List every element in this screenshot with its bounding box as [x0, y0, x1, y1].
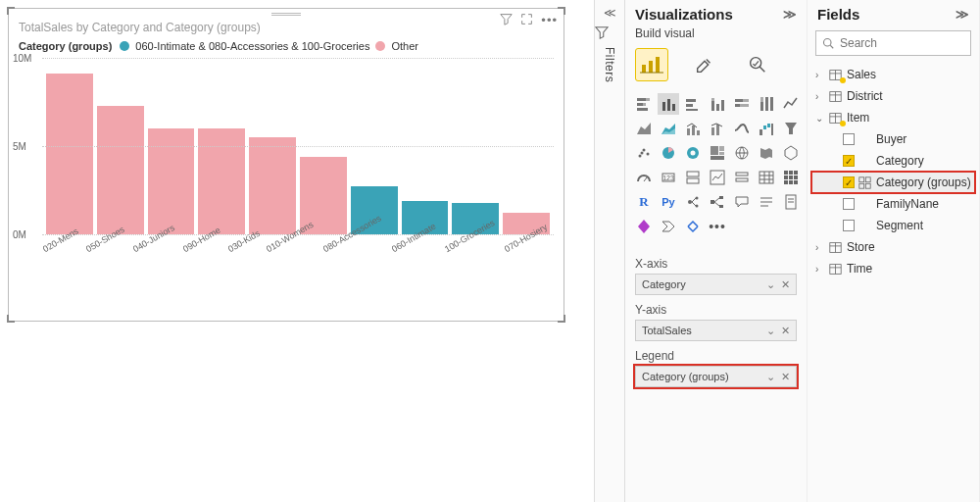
yaxis-well[interactable]: TotalSales ⌄✕: [635, 320, 797, 341]
analytics-tab[interactable]: [741, 48, 774, 81]
filters-pane-collapsed[interactable]: ≪ Filters: [594, 0, 625, 502]
remove-field-icon[interactable]: ✕: [781, 371, 790, 383]
bar[interactable]: [148, 128, 195, 234]
svg-line-50: [644, 177, 647, 181]
svg-rect-0: [642, 65, 646, 73]
bar[interactable]: [249, 137, 296, 234]
kpi-icon[interactable]: [707, 167, 728, 188]
field-row[interactable]: ✓Category: [811, 150, 975, 172]
bar[interactable]: [198, 128, 245, 234]
get-more-visuals-icon[interactable]: [682, 216, 704, 237]
card-icon[interactable]: 123: [658, 167, 679, 188]
stacked-column-icon[interactable]: [707, 93, 728, 115]
svg-point-41: [641, 152, 644, 155]
clustered-bar-icon[interactable]: [682, 93, 704, 115]
checkbox[interactable]: [843, 198, 855, 210]
table-row[interactable]: ›Time: [811, 258, 975, 279]
remove-field-icon[interactable]: ✕: [781, 278, 790, 291]
chart-visual[interactable]: ••• TotalSales by Category and Category …: [8, 8, 564, 322]
key-influencers-icon[interactable]: [682, 191, 704, 213]
table-row[interactable]: ›District: [811, 85, 975, 107]
scatter-icon[interactable]: [633, 142, 655, 164]
field-row[interactable]: ✓Category (groups): [811, 172, 975, 193]
map-icon[interactable]: [731, 142, 753, 164]
chevron-down-icon[interactable]: ⌄: [766, 278, 775, 291]
report-canvas[interactable]: ••• TotalSales by Category and Category …: [0, 0, 594, 502]
chevron-down-icon[interactable]: ⌄: [766, 325, 775, 337]
xaxis-well[interactable]: Category ⌄✕: [635, 274, 797, 295]
svg-line-71: [714, 198, 719, 202]
azure-map-icon[interactable]: [780, 142, 802, 164]
100-stacked-bar-icon[interactable]: [731, 93, 753, 115]
ribbon-chart-icon[interactable]: [731, 118, 753, 139]
fields-tree: ›Sales›District⌄ItemBuyer✓Category✓Categ…: [808, 62, 979, 281]
checkbox[interactable]: ✓: [843, 155, 855, 167]
python-visual-icon[interactable]: Py: [658, 191, 679, 213]
svg-rect-34: [760, 129, 762, 135]
format-visual-tab[interactable]: [688, 48, 721, 81]
smart-narrative-icon[interactable]: [756, 191, 777, 213]
svg-rect-31: [697, 130, 700, 135]
svg-rect-15: [686, 104, 693, 107]
table-row[interactable]: ›Store: [811, 236, 975, 258]
filter-icon[interactable]: [500, 13, 513, 27]
svg-rect-13: [672, 104, 675, 111]
visualizations-pane: Visualizations ≫ Build visual: [625, 0, 808, 502]
multi-row-card-icon[interactable]: [682, 167, 704, 188]
funnel-icon[interactable]: [780, 118, 802, 139]
paginated-report-icon[interactable]: [780, 191, 802, 213]
svg-point-79: [824, 39, 832, 47]
svg-rect-11: [662, 102, 665, 111]
clustered-column-icon[interactable]: [658, 93, 679, 115]
collapse-viz-icon[interactable]: ≫: [783, 7, 797, 22]
stacked-area-icon[interactable]: [658, 118, 679, 139]
build-visual-tab[interactable]: [635, 48, 668, 81]
treemap-icon[interactable]: [707, 142, 728, 164]
power-automate-icon[interactable]: [658, 216, 679, 237]
donut-icon[interactable]: [682, 142, 704, 164]
gauge-icon[interactable]: [633, 167, 655, 188]
area-chart-icon[interactable]: [633, 118, 655, 139]
bar[interactable]: [46, 74, 93, 234]
matrix-icon[interactable]: [780, 167, 802, 188]
expand-filters-icon[interactable]: ≪: [595, 6, 624, 20]
fields-search[interactable]: [815, 30, 971, 56]
r-visual-icon[interactable]: R: [633, 191, 655, 213]
field-row[interactable]: FamilyNane: [811, 193, 975, 215]
remove-field-icon[interactable]: ✕: [781, 325, 790, 337]
more-options-icon[interactable]: •••: [541, 13, 558, 27]
slicer-icon[interactable]: [731, 167, 753, 188]
100-stacked-column-icon[interactable]: [756, 93, 777, 115]
focus-mode-icon[interactable]: [520, 13, 533, 27]
table-row[interactable]: ⌄Item: [811, 107, 975, 128]
svg-point-63: [688, 200, 692, 204]
drag-handle[interactable]: [271, 12, 301, 18]
svg-rect-17: [711, 101, 714, 111]
filled-map-icon[interactable]: [756, 142, 777, 164]
pie-icon[interactable]: [658, 142, 679, 164]
collapse-fields-icon[interactable]: ≫: [956, 7, 969, 22]
checkbox[interactable]: [843, 220, 855, 231]
svg-rect-35: [763, 126, 766, 129]
checkbox[interactable]: [843, 133, 855, 145]
table-row[interactable]: ›Sales: [811, 64, 975, 85]
line-stacked-column-icon[interactable]: [707, 118, 728, 139]
more-visuals-icon[interactable]: •••: [707, 216, 728, 237]
waterfall-icon[interactable]: [756, 118, 777, 139]
line-chart-icon[interactable]: [780, 93, 802, 115]
bar[interactable]: [97, 106, 144, 234]
search-input[interactable]: [840, 36, 980, 50]
field-row[interactable]: Segment: [811, 215, 975, 236]
qna-icon[interactable]: [731, 191, 753, 213]
power-apps-icon[interactable]: [633, 216, 655, 237]
svg-rect-33: [716, 125, 719, 135]
stacked-bar-icon[interactable]: [633, 93, 655, 115]
field-row[interactable]: Buyer: [811, 128, 975, 150]
line-clustered-column-icon[interactable]: [682, 118, 704, 139]
decomposition-tree-icon[interactable]: [707, 191, 728, 213]
legend-well[interactable]: Category (groups) ⌄✕: [635, 366, 797, 387]
svg-rect-37: [771, 124, 773, 135]
checkbox[interactable]: ✓: [843, 176, 855, 188]
chevron-down-icon[interactable]: ⌄: [766, 371, 775, 383]
table-icon[interactable]: [756, 167, 777, 188]
